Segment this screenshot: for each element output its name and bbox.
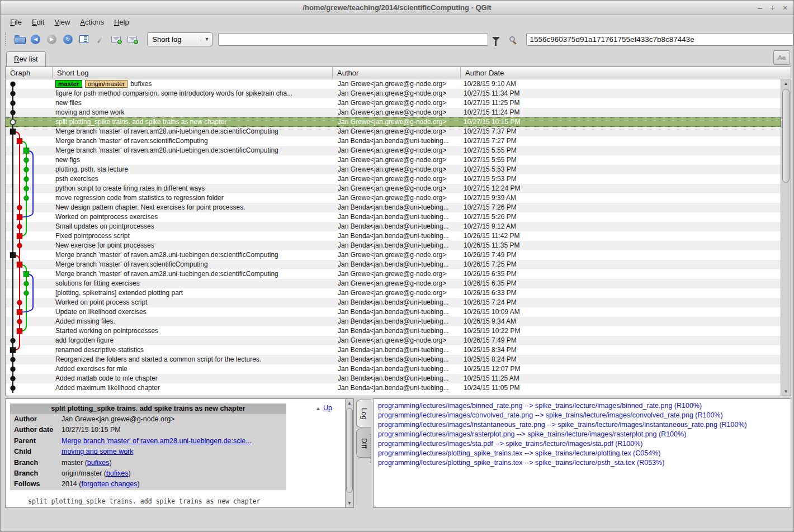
- rev-list-scrollbar[interactable]: ▲ ▼: [781, 79, 791, 396]
- menu-view[interactable]: View: [49, 15, 75, 30]
- open-repository-button[interactable]: [12, 32, 27, 46]
- scroll-down-icon[interactable]: ▼: [346, 499, 353, 507]
- table-row[interactable]: Merge branch 'master' of raven:scientifi…: [6, 136, 781, 146]
- tab-log[interactable]: Log: [356, 400, 371, 428]
- file-rename-entry[interactable]: programming/lectures/images/instantaneou…: [374, 420, 791, 430]
- table-row[interactable]: New design pattern chapter. Next exercis…: [6, 203, 781, 212]
- table-row[interactable]: new figsJan Grewe<jan.grewe@g-node.org>1…: [6, 155, 781, 165]
- table-row[interactable]: plotting, psth, sta lectureJan Grewe<jan…: [6, 165, 781, 174]
- table-row[interactable]: renamed descriptive-statisticsJan Benda<…: [6, 345, 781, 355]
- commit-author: Jan Benda<jan.benda@uni-tuebing...: [333, 326, 461, 336]
- scroll-up-icon[interactable]: ▲: [781, 79, 791, 88]
- refresh-button[interactable]: ↻: [60, 32, 75, 46]
- table-row[interactable]: figure for psth method comparsion, some …: [6, 89, 781, 98]
- splitter-handle[interactable]: [370, 434, 372, 463]
- table-row[interactable]: Merge branch 'master' of raven.am28.uni-…: [6, 250, 781, 260]
- table-row[interactable]: Reorganized the folders and started a co…: [6, 355, 781, 364]
- commit-link[interactable]: Merge branch 'master' of raven.am28.uni-…: [62, 437, 252, 445]
- commit-author: Jan Benda<jan.benda@uni-tuebing...: [333, 298, 461, 307]
- commit-link[interactable]: forgotten changes: [81, 480, 137, 488]
- file-rename-entry[interactable]: programming/lectures/images/binned_rate.…: [374, 401, 791, 411]
- table-row[interactable]: Added exercises for mleJan Benda<jan.ben…: [6, 364, 781, 374]
- toolbar-handle[interactable]: [5, 32, 8, 46]
- back-button[interactable]: ◀: [28, 32, 44, 46]
- column-header-graph[interactable]: Graph: [6, 67, 53, 79]
- pin-button[interactable]: [92, 32, 108, 46]
- scrollbar-thumb[interactable]: [346, 408, 353, 493]
- scroll-up-icon[interactable]: ▲: [346, 399, 353, 407]
- filter-input[interactable]: [218, 33, 488, 46]
- table-row[interactable]: Merge branch 'master' of raven.am28.uni-…: [6, 269, 781, 279]
- column-header-short-log[interactable]: Short Log: [53, 67, 333, 79]
- table-row[interactable]: python script to create firing rates in …: [6, 184, 781, 193]
- table-row[interactable]: Added maximum likelihood chapterJan Bend…: [6, 383, 781, 393]
- commit-author: Jan Grewe<jan.grewe@g-node.org>: [333, 79, 461, 89]
- table-row[interactable]: add forgotten figureJan Grewe<jan.grewe@…: [6, 336, 781, 345]
- menu-edit[interactable]: Edit: [27, 15, 49, 30]
- tab-diff[interactable]: Diff: [356, 429, 371, 458]
- commit-date: 10/27/15 7:27 PM: [461, 136, 781, 146]
- minimize-button[interactable]: –: [755, 1, 765, 15]
- file-rename-entry[interactable]: programming/lectures/images/rasterplot.p…: [374, 430, 791, 439]
- column-header-author-date[interactable]: Author Date: [461, 67, 791, 79]
- menu-actions[interactable]: Actions: [75, 15, 109, 30]
- details-scrollbar[interactable]: ▲ ▼: [345, 399, 353, 507]
- commit-author: Jan Benda<jan.benda@uni-tuebing...: [333, 136, 461, 146]
- commit-author: Jan Benda<jan.benda@uni-tuebing...: [333, 364, 461, 374]
- table-row[interactable]: Started working on pointprocessesJan Ben…: [6, 326, 781, 336]
- table-row[interactable]: Worked on pointprocess exercisesJan Bend…: [6, 212, 781, 222]
- file-rename-entry[interactable]: programming/lectures/images/convolved_ra…: [374, 411, 791, 420]
- log-view-select[interactable]: Short log ▼: [147, 32, 212, 46]
- sha-input[interactable]: [526, 33, 794, 46]
- table-row[interactable]: [plotting, spiketrains] extended plottin…: [6, 288, 781, 298]
- up-link[interactable]: Up: [323, 404, 332, 412]
- title-bar: /home/grewe/teaching/2014/scientificComp…: [1, 1, 793, 15]
- apply-patch-button[interactable]: [125, 32, 140, 46]
- search-edit-button[interactable]: [504, 32, 520, 46]
- table-row[interactable]: split plotting_spike trains. add spike t…: [6, 117, 781, 127]
- view-split-button[interactable]: [76, 32, 92, 46]
- close-button[interactable]: ×: [780, 1, 790, 15]
- forward-button[interactable]: ▶: [44, 32, 60, 46]
- commit-date: 10/26/15 7:25 PM: [461, 260, 781, 269]
- detail-value: 10/27/15 10:15 PM: [62, 425, 286, 435]
- table-row[interactable]: Small updates on pointprocessesJan Benda…: [6, 222, 781, 231]
- scroll-down-icon[interactable]: ▼: [781, 387, 791, 396]
- table-row[interactable]: Worked on point process scriptJan Benda<…: [6, 298, 781, 307]
- rev-table: masterorigin/masterbufixesJan Grewe<jan.…: [6, 79, 781, 396]
- file-rename-entry[interactable]: programming/lectures/images/sta.pdf --> …: [374, 439, 791, 449]
- column-header-author[interactable]: Author: [333, 67, 461, 79]
- table-row[interactable]: Added matlab code to mle chapterJan Bend…: [6, 374, 781, 383]
- scrollbar-thumb[interactable]: [782, 89, 790, 183]
- table-row[interactable]: Fixed pointprocess scriptJan Benda<jan.b…: [6, 231, 781, 241]
- table-row[interactable]: psth exercisesJan Grewe<jan.grewe@g-node…: [6, 174, 781, 184]
- tab-rev-list[interactable]: Rev list: [6, 51, 46, 66]
- open-repository-icon: [15, 35, 25, 43]
- maximize-button[interactable]: +: [768, 1, 778, 15]
- save-patch-button[interactable]: [108, 32, 124, 46]
- commit-subject: renamed descriptive-statistics: [55, 346, 144, 354]
- commit-link[interactable]: bufixes: [87, 459, 110, 467]
- menu-file[interactable]: File: [5, 15, 27, 30]
- table-row[interactable]: solutions for fitting exercisesJan Grewe…: [6, 279, 781, 288]
- table-row[interactable]: move regression code from statistics to …: [6, 193, 781, 203]
- table-row[interactable]: Update on likelihood exercisesJan Benda<…: [6, 307, 781, 317]
- table-row[interactable]: Added missing files.Jan Benda<jan.benda@…: [6, 317, 781, 326]
- file-rename-entry[interactable]: programming/lectures/plotting_spike_trai…: [374, 458, 791, 468]
- table-row[interactable]: Merge branch 'master' of raven.am28.uni-…: [6, 146, 781, 155]
- commit-link[interactable]: bufixes: [106, 469, 129, 477]
- filter-button[interactable]: [488, 32, 504, 46]
- commit-link[interactable]: moving and some work: [62, 448, 134, 455]
- commit-date: 10/27/15 9:12 AM: [461, 222, 781, 231]
- table-row[interactable]: new filesJan Grewe<jan.grewe@g-node.org>…: [6, 98, 781, 108]
- commit-date: 10/26/15 9:34 AM: [461, 317, 781, 326]
- table-row[interactable]: moving and some workJan Grewe<jan.grewe@…: [6, 108, 781, 117]
- highlight-search-button[interactable]: A̶a: [773, 50, 790, 65]
- table-row[interactable]: New exercise for point processesJan Bend…: [6, 241, 781, 250]
- file-rename-entry[interactable]: programming/lectures/plotting_spike_trai…: [374, 449, 791, 458]
- table-row[interactable]: Merge branch 'master' of raven.am28.uni-…: [6, 127, 781, 136]
- detail-value: Merge branch 'master' of raven.am28.uni-…: [62, 436, 286, 446]
- menu-help[interactable]: Help: [109, 15, 134, 30]
- table-row[interactable]: masterorigin/masterbufixesJan Grewe<jan.…: [6, 79, 781, 89]
- table-row[interactable]: Merge branch 'master' of raven:scientifi…: [6, 260, 781, 269]
